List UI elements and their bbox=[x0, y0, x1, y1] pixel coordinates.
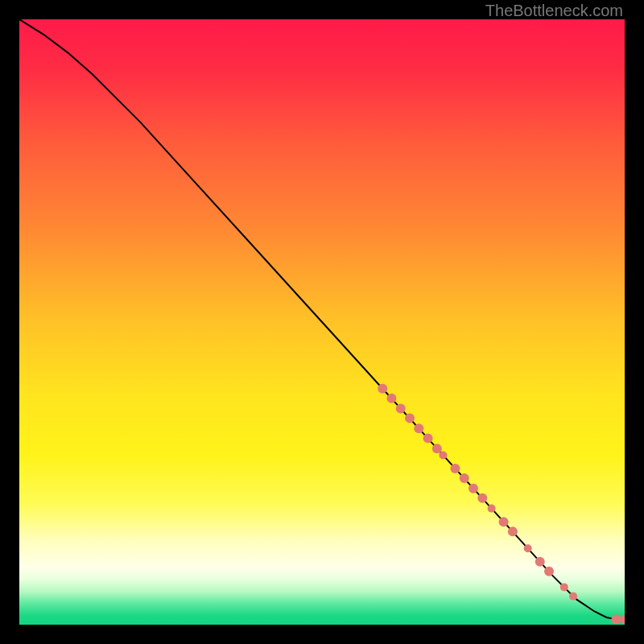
chart-frame bbox=[19, 19, 625, 625]
data-marker bbox=[499, 517, 509, 526]
data-marker bbox=[560, 583, 568, 591]
data-marker bbox=[414, 423, 423, 433]
data-marker bbox=[439, 451, 447, 459]
data-marker bbox=[378, 384, 387, 394]
data-marker bbox=[432, 444, 442, 453]
data-marker bbox=[524, 544, 532, 552]
watermark-text: TheBottleneck.com bbox=[485, 2, 623, 20]
data-marker bbox=[450, 464, 460, 473]
data-marker bbox=[488, 505, 496, 513]
data-marker bbox=[405, 414, 415, 423]
data-marker bbox=[460, 473, 469, 483]
data-marker bbox=[611, 614, 621, 624]
chart-svg bbox=[19, 19, 625, 625]
data-marker bbox=[386, 394, 396, 403]
data-marker bbox=[477, 493, 487, 503]
data-marker bbox=[508, 526, 518, 536]
data-marker bbox=[396, 404, 406, 414]
data-marker bbox=[469, 484, 478, 493]
data-marker bbox=[569, 592, 577, 601]
data-marker bbox=[423, 433, 433, 443]
data-marker bbox=[544, 567, 554, 576]
data-marker bbox=[535, 557, 545, 567]
